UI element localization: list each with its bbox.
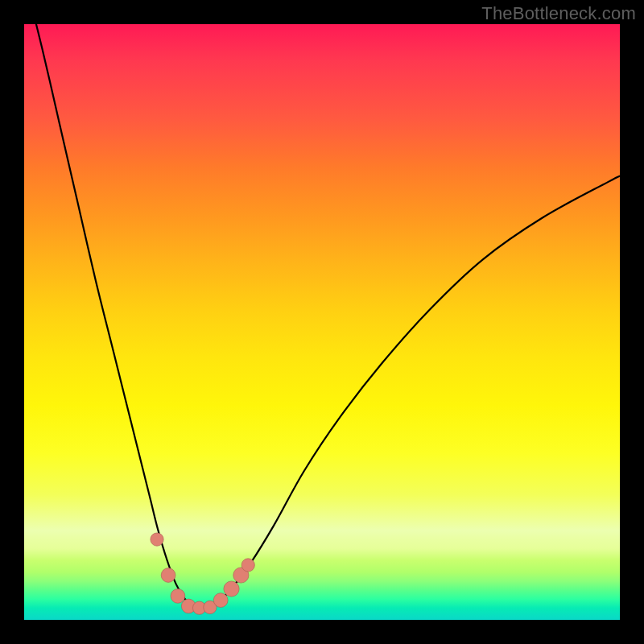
data-marker (151, 533, 163, 546)
chart-svg (24, 24, 620, 620)
data-marker (242, 559, 254, 572)
data-marker (161, 568, 175, 583)
chart-frame: TheBottleneck.com (0, 0, 644, 644)
watermark-text: TheBottleneck.com (481, 3, 636, 24)
data-marker (224, 581, 239, 597)
data-marker (171, 589, 185, 604)
data-marker (213, 593, 228, 608)
chart-plot-area (24, 24, 620, 620)
data-markers (151, 533, 254, 614)
bottleneck-curve (24, 0, 620, 608)
